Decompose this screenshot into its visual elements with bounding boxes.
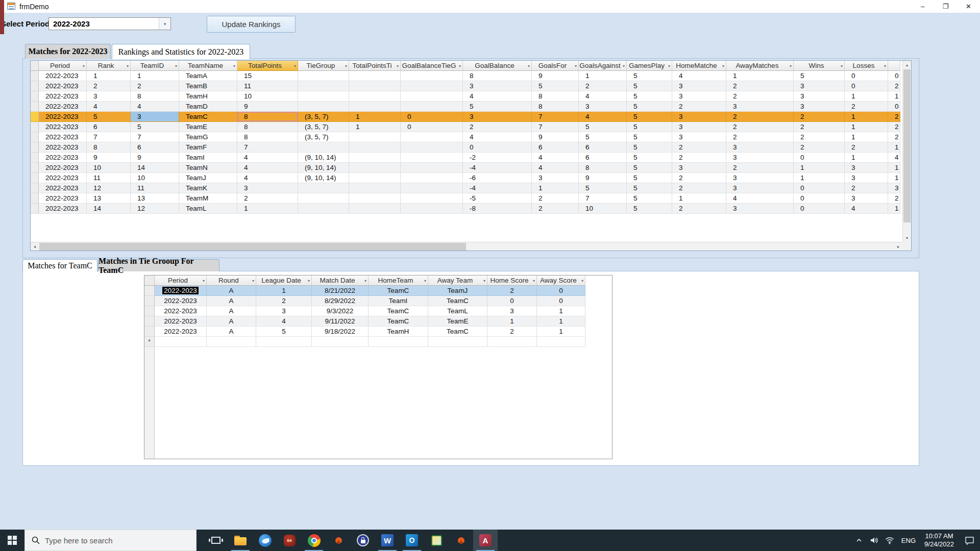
cell[interactable]: 2022-2023 <box>39 102 87 112</box>
cell[interactable]: 7 <box>131 132 179 142</box>
column-header-clipped[interactable] <box>888 61 900 71</box>
cell[interactable]: 3 <box>726 204 794 214</box>
cell[interactable]: A <box>207 306 256 316</box>
cell[interactable]: 3 <box>794 81 845 91</box>
cell[interactable] <box>401 183 463 193</box>
cell[interactable]: 0 <box>401 112 463 122</box>
cell[interactable]: 15 <box>237 71 298 81</box>
cell[interactable]: 5 <box>579 122 627 132</box>
cell[interactable]: 2022-2023 <box>39 193 87 204</box>
taskbar-search[interactable]: Type here to search <box>24 530 197 551</box>
column-header-round[interactable]: Round▾ <box>207 276 256 286</box>
cell[interactable]: 5 <box>794 71 845 81</box>
cell[interactable]: 2022-2023 <box>39 71 87 81</box>
cell[interactable]: 2022-2023 <box>39 91 87 102</box>
cell[interactable]: 8 <box>463 71 532 81</box>
cell[interactable] <box>298 71 349 81</box>
cell[interactable] <box>401 102 463 112</box>
cell[interactable] <box>401 132 463 142</box>
cell[interactable]: 1 <box>888 163 900 173</box>
cell[interactable]: 3 <box>463 81 532 91</box>
cell[interactable]: 2 <box>888 132 900 142</box>
cell[interactable]: 8 <box>532 91 579 102</box>
cell[interactable]: 2 <box>726 122 794 132</box>
cell[interactable]: 5 <box>256 327 312 337</box>
cell[interactable]: 3 <box>726 102 794 112</box>
select-all-corner[interactable] <box>144 276 155 286</box>
cell[interactable]: 8 <box>131 91 179 102</box>
cell[interactable]: 3 <box>532 173 579 183</box>
cell[interactable]: 1 <box>845 112 888 122</box>
column-header-league-date[interactable]: League Date▾ <box>256 276 312 286</box>
vertical-scroll-thumb[interactable] <box>903 69 911 222</box>
cell[interactable] <box>401 81 463 91</box>
action-center-icon[interactable] <box>959 530 980 551</box>
cell[interactable]: 2 <box>532 193 579 204</box>
cell[interactable]: 2 <box>487 327 537 337</box>
cell[interactable]: 5 <box>463 102 532 112</box>
scroll-down-icon[interactable]: ▾ <box>903 234 911 242</box>
start-button[interactable] <box>0 530 24 551</box>
cell[interactable]: A <box>207 296 256 306</box>
record-selector[interactable] <box>144 296 155 306</box>
cell[interactable]: TeamC <box>428 296 487 306</box>
cell[interactable]: 0 <box>487 296 537 306</box>
cell[interactable]: 3 <box>672 112 726 122</box>
office-alt-icon[interactable] <box>449 530 473 551</box>
cell[interactable]: TeamJ <box>428 286 487 296</box>
column-header-Period[interactable]: Period▾ <box>39 61 87 71</box>
cell[interactable]: 2 <box>726 132 794 142</box>
maximize-button[interactable]: ❐ <box>934 0 957 13</box>
cell[interactable]: 2 <box>845 142 888 153</box>
cell[interactable]: 11 <box>131 183 179 193</box>
cell[interactable]: TeamD <box>179 102 237 112</box>
cell[interactable]: 4 <box>579 91 627 102</box>
cell[interactable] <box>401 163 463 173</box>
cell[interactable]: 9 <box>532 71 579 81</box>
cell[interactable]: 3 <box>87 91 131 102</box>
dev-tool-icon[interactable]: 64 <box>277 530 302 551</box>
cell[interactable] <box>298 81 349 91</box>
greenshot-icon[interactable] <box>424 530 449 551</box>
cell[interactable]: 1 <box>794 173 845 183</box>
keepass-icon[interactable] <box>351 530 375 551</box>
cell[interactable]: 9 <box>237 102 298 112</box>
cell[interactable]: 10 <box>237 91 298 102</box>
cell[interactable]: 7 <box>532 112 579 122</box>
cell[interactable] <box>298 102 349 112</box>
cell[interactable]: 1 <box>845 91 888 102</box>
cell[interactable]: 2 <box>845 102 888 112</box>
cell[interactable]: 5 <box>131 122 179 132</box>
cell[interactable]: 4 <box>463 132 532 142</box>
cell[interactable]: 8 <box>579 163 627 173</box>
cell[interactable]: 4 <box>672 71 726 81</box>
cell[interactable]: 2 <box>888 112 900 122</box>
cell[interactable]: (3, 5, 7) <box>298 112 349 122</box>
column-header-TieGroup[interactable]: TieGroup▾ <box>298 61 349 71</box>
record-selector[interactable] <box>31 91 39 102</box>
cell[interactable]: (3, 5, 7) <box>298 122 349 132</box>
cell[interactable]: 2 <box>532 204 579 214</box>
cell[interactable]: 2 <box>672 153 726 163</box>
column-header-HomeMatche[interactable]: HomeMatche▾ <box>672 61 726 71</box>
cell[interactable]: TeamE <box>179 122 237 132</box>
cell[interactable]: 2 <box>726 91 794 102</box>
cell[interactable]: 1 <box>845 122 888 132</box>
cell[interactable]: 1 <box>87 71 131 81</box>
cell[interactable]: TeamK <box>179 183 237 193</box>
cell[interactable]: 8/21/2022 <box>312 286 369 296</box>
scroll-right-icon[interactable]: ▸ <box>894 242 902 251</box>
cell[interactable]: 14 <box>131 163 179 173</box>
column-header-TeamName[interactable]: TeamName▾ <box>179 61 237 71</box>
cell[interactable]: (9, 10, 14) <box>298 163 349 173</box>
cell[interactable]: 4 <box>726 193 794 204</box>
cell[interactable]: 9 <box>87 153 131 163</box>
cell[interactable] <box>349 193 401 204</box>
cell[interactable]: 2 <box>888 122 900 132</box>
cell[interactable]: 2 <box>672 102 726 112</box>
cell[interactable]: 3 <box>672 132 726 142</box>
wifi-icon[interactable] <box>882 530 897 551</box>
cell[interactable]: 5 <box>627 112 672 122</box>
cell[interactable]: 2022-2023 <box>39 112 87 122</box>
cell[interactable]: 5 <box>532 81 579 91</box>
